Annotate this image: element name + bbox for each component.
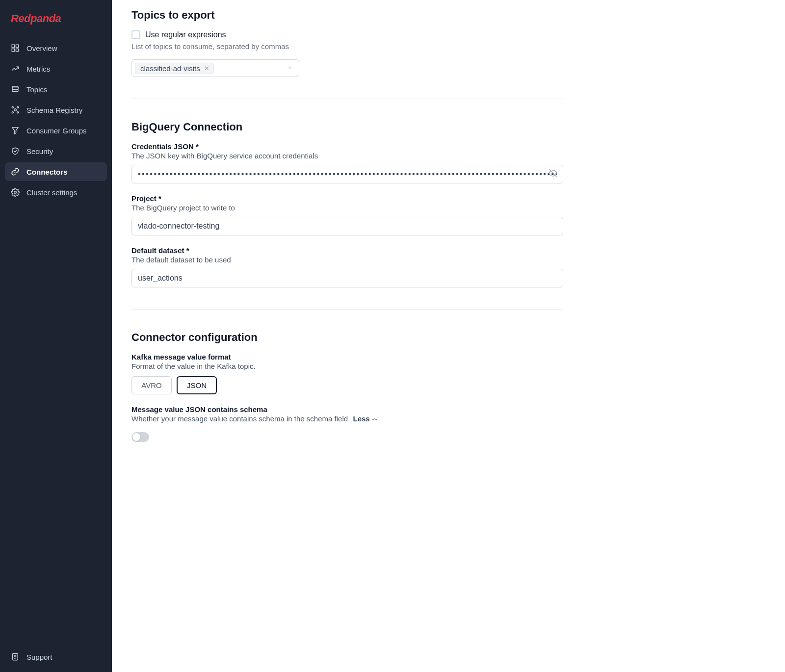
sidebar-item-label: Consumer Groups: [26, 127, 87, 135]
schema-icon: [11, 105, 20, 114]
field-label: Message value JSON contains schema: [131, 405, 563, 414]
svg-rect-1: [16, 45, 19, 47]
field-credentials-json: Credentials JSON * The JSON key with Big…: [131, 142, 563, 183]
svg-point-12: [14, 191, 17, 194]
sidebar-item-topics[interactable]: Topics: [5, 80, 107, 99]
format-option-json[interactable]: JSON: [177, 376, 217, 394]
field-desc: Whether your message value contains sche…: [131, 414, 348, 423]
svg-rect-2: [16, 49, 19, 52]
field-desc: The BigQuery project to write to: [131, 204, 563, 212]
grid-icon: [11, 44, 20, 52]
topic-tag-label: classified-ad-visits: [140, 64, 200, 73]
chevron-up-icon: ︿: [372, 414, 378, 423]
svg-rect-0: [12, 45, 14, 47]
sidebar-footer: Support: [0, 642, 112, 672]
sidebar: Redpanda Overview Metrics Topics Schema …: [0, 0, 112, 672]
field-label: Project *: [131, 194, 563, 203]
sidebar-item-label: Metrics: [26, 65, 50, 73]
sidebar-item-consumer-groups[interactable]: Consumer Groups: [5, 121, 107, 140]
value-format-segmented: AVRO JSON: [131, 376, 563, 394]
sidebar-item-security[interactable]: Security: [5, 142, 107, 160]
gear-icon: [11, 188, 20, 197]
link-icon: [11, 167, 20, 176]
toggle-knob: [132, 433, 140, 441]
svg-point-7: [12, 106, 13, 108]
use-regex-row: Use regular expresions: [131, 30, 563, 39]
sidebar-item-label: Support: [26, 653, 52, 661]
shield-icon: [11, 147, 20, 155]
eye-off-icon[interactable]: [549, 169, 557, 180]
svg-point-8: [17, 106, 19, 108]
default-dataset-input[interactable]: [131, 269, 563, 287]
sidebar-item-support[interactable]: Support: [5, 647, 107, 666]
funnel-icon: [11, 126, 20, 135]
svg-rect-3: [12, 49, 14, 52]
sidebar-item-overview[interactable]: Overview: [5, 39, 107, 57]
sidebar-item-label: Security: [26, 147, 53, 155]
field-kafka-value-format: Kafka message value format Format of the…: [131, 353, 563, 394]
credentials-json-input[interactable]: [131, 165, 563, 183]
database-icon: [11, 85, 20, 94]
field-label: Credentials JSON *: [131, 142, 563, 151]
sidebar-item-metrics[interactable]: Metrics: [5, 59, 107, 78]
chevron-down-icon: [287, 64, 293, 73]
section-title: Topics to export: [131, 9, 563, 22]
svg-point-6: [14, 109, 17, 111]
topic-tag: classified-ad-visits ✕: [135, 63, 214, 74]
format-option-avro[interactable]: AVRO: [131, 376, 172, 394]
topics-help-text: List of topics to consume, separated by …: [131, 42, 563, 51]
use-regex-label: Use regular expresions: [145, 30, 226, 39]
field-label: Default dataset *: [131, 246, 563, 255]
field-project: Project * The BigQuery project to write …: [131, 194, 563, 235]
field-value-contains-schema: Message value JSON contains schema Wheth…: [131, 405, 563, 442]
document-icon: [11, 652, 20, 661]
sidebar-item-label: Connectors: [26, 168, 67, 176]
sidebar-nav: Overview Metrics Topics Schema Registry: [0, 39, 112, 202]
section-title: Connector configuration: [131, 331, 563, 344]
field-desc: Format of the value in the Kafka topic.: [131, 362, 563, 370]
field-default-dataset: Default dataset * The default dataset to…: [131, 246, 563, 287]
svg-rect-5: [12, 89, 18, 92]
sidebar-item-label: Overview: [26, 44, 57, 52]
section-connector-configuration: Connector configuration Kafka message va…: [131, 331, 563, 464]
sidebar-item-label: Schema Registry: [26, 106, 82, 114]
sidebar-item-connectors[interactable]: Connectors: [5, 162, 107, 181]
svg-marker-11: [12, 128, 18, 134]
svg-point-10: [17, 112, 19, 113]
section-bigquery-connection: BigQuery Connection Credentials JSON * T…: [131, 121, 563, 310]
collapse-toggle[interactable]: Less ︿: [353, 414, 378, 423]
sidebar-item-schema-registry[interactable]: Schema Registry: [5, 101, 107, 119]
field-label: Kafka message value format: [131, 353, 563, 361]
use-regex-checkbox[interactable]: [131, 30, 140, 39]
section-topics-to-export: Topics to export Use regular expresions …: [131, 9, 563, 99]
main-content: Topics to export Use regular expresions …: [112, 0, 583, 672]
sidebar-item-label: Topics: [26, 85, 48, 94]
section-title: BigQuery Connection: [131, 121, 563, 133]
sidebar-item-label: Cluster settings: [26, 188, 77, 197]
sidebar-item-cluster-settings[interactable]: Cluster settings: [5, 183, 107, 202]
remove-tag-icon[interactable]: ✕: [203, 65, 210, 72]
brand-logo: Redpanda: [0, 10, 112, 39]
field-desc: The JSON key with BigQuery service accou…: [131, 152, 563, 160]
value-schema-toggle[interactable]: [131, 432, 149, 442]
trending-up-icon: [11, 64, 20, 73]
topics-multiselect[interactable]: classified-ad-visits ✕: [131, 59, 299, 77]
svg-point-9: [12, 112, 13, 113]
field-desc: The default dataset to be used: [131, 256, 563, 264]
project-input[interactable]: [131, 217, 563, 235]
collapse-toggle-label: Less: [353, 414, 370, 423]
